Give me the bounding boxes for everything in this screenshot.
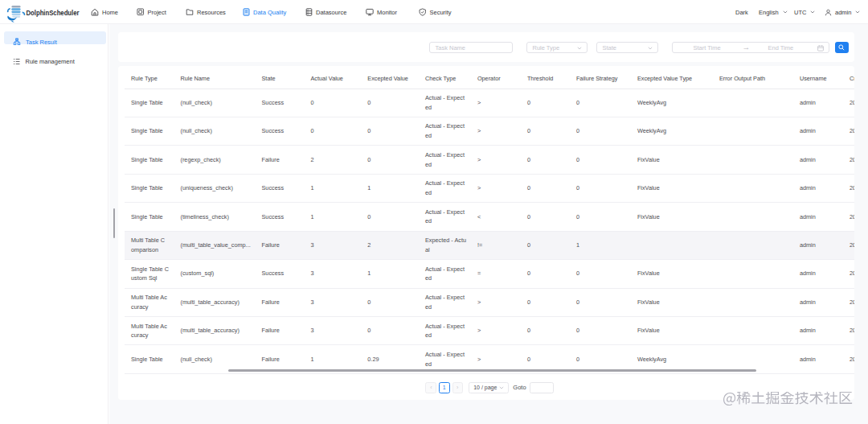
svg-text:DolphinScheduler: DolphinScheduler	[27, 9, 80, 17]
